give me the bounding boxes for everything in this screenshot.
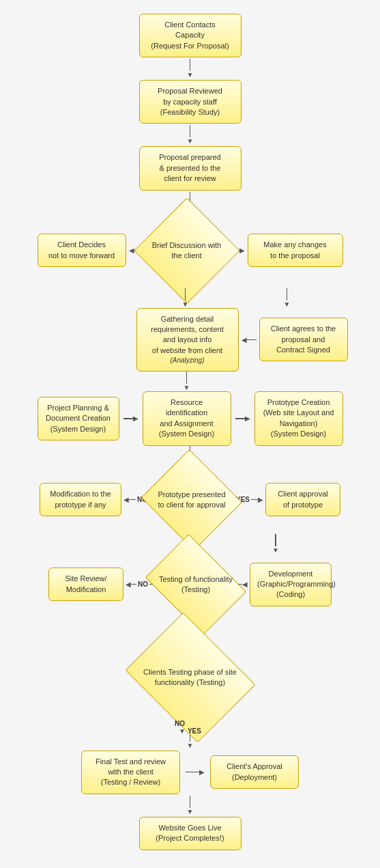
arrow-diamond-down: ▼ [148, 288, 223, 308]
node-clients-approval: Client's Approval (Deployment) [210, 755, 299, 789]
diamond-testing: Testing of functionality (Testing) [155, 554, 237, 615]
arrow-final-approval: ▶ [186, 768, 205, 776]
row-prototype-approval: Modification to the prototype if any ◀ N… [7, 466, 373, 534]
row-brief-discussion: Client Decides not to move forward ◀ Bri… [7, 213, 373, 288]
row-arrows-after-diamond: ▼ ▼ [7, 288, 373, 308]
no-label-testing: ◀ NO [126, 580, 153, 588]
node-development: Development (Graphic/Programming) (Codin… [250, 563, 332, 606]
arrow-planning-resource: ▶ [123, 415, 138, 422]
row-gathering: Gathering detail requirements, content a… [7, 308, 373, 372]
arrow-right-down: ▼ [238, 288, 336, 308]
node-make-changes: Make any changes to the proposal [248, 234, 343, 267]
node-site-review: Site Review/ Modification [48, 568, 123, 601]
diamond-prototype-approval: Prototype presented to client for approv… [154, 466, 229, 534]
arrow-clients-testing-yes: NO ▼ YES ▼ [175, 720, 205, 749]
arrow-client-agrees-left: ◀ [242, 336, 257, 344]
row-final-test: Final Test and review with the client (T… [7, 751, 373, 794]
arrow-final-down: ▼ [187, 796, 194, 815]
arrow-resource-prototype: ▶ [235, 415, 250, 422]
node-proposal-reviewed: Proposal Reviewed by capacity staff (Fea… [139, 80, 242, 124]
node-resource-id: Resource identification and Assignment (… [143, 391, 231, 446]
row-system-design: Project Planning & Document Creation (Sy… [7, 391, 373, 446]
arrow-2-3: ▼ [187, 125, 194, 145]
flowchart: Client Contacts Capacity (Request For Pr… [0, 0, 380, 864]
node-client-agrees: Client agrees to the proposal and Contra… [259, 318, 348, 361]
row-testing: Site Review/ Modification ◀ NO Testing o… [7, 554, 373, 615]
node-modification-prototype: Modification to the prototype if any [40, 483, 121, 516]
node-project-planning: Project Planning & Document Creation (Sy… [38, 397, 119, 440]
arrow-1-2: ▼ [187, 59, 194, 79]
node-client-decides: Client Decides not to move forward [38, 234, 126, 267]
row-arrow-gathering-down: ▼ [7, 372, 373, 391]
diamond-clients-testing: Clients Testing phase of site functional… [139, 636, 242, 718]
node-prototype-creation: Prototype Creation (Web site Layout and … [254, 391, 343, 446]
node-client-contacts: Client Contacts Capacity (Request For Pr… [139, 14, 242, 57]
node-final-test: Final Test and review with the client (T… [81, 751, 180, 794]
node-website-live: Website Goes Live (Project Completes!) [139, 817, 242, 850]
node-client-approval-prototype: Client approval of prototype [265, 483, 340, 516]
node-gathering: Gathering detail requirements, content a… [136, 308, 239, 372]
diamond-brief-discussion: Brief Discussion with the client [149, 213, 224, 288]
node-proposal-prepared: Proposal prepared & presented to the cli… [139, 146, 242, 190]
